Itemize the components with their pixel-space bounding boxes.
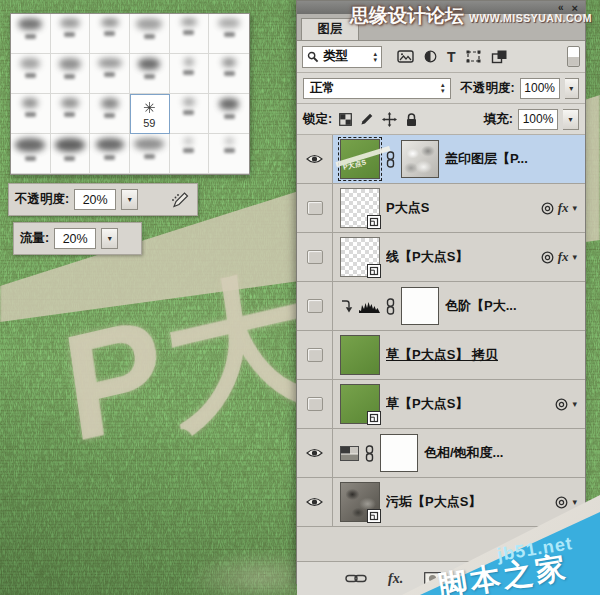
layer-name[interactable]: P大点S xyxy=(386,199,429,217)
brush-preset-17[interactable] xyxy=(170,94,210,134)
type-filter-icon[interactable]: T xyxy=(447,50,456,64)
layer-thumbnail[interactable]: P大点S xyxy=(340,139,380,179)
layer-row-1[interactable]: P大点S盖印图层【P... xyxy=(297,135,585,184)
layer-name[interactable]: 草【P大点S】 拷贝 xyxy=(386,346,498,364)
opacity-input[interactable]: 20% xyxy=(74,189,116,210)
pixel-filter-icon[interactable] xyxy=(397,49,414,64)
layer-row-3[interactable]: 线【P大点S】fx▾ xyxy=(297,233,585,282)
brush-stroke-thumb xyxy=(55,138,85,152)
opacity-dropdown-button[interactable]: ▾ xyxy=(121,189,138,210)
effects-collapse-arrow[interactable]: ▾ xyxy=(572,252,577,262)
brush-preset-23[interactable] xyxy=(170,134,210,174)
brush-preset-12[interactable] xyxy=(209,54,249,94)
adjustment-filter-icon[interactable] xyxy=(423,49,438,64)
lock-paint-icon[interactable] xyxy=(360,112,374,126)
collapse-panel-button[interactable]: « xyxy=(558,3,563,13)
brush-preset-5[interactable] xyxy=(170,14,210,54)
layer-mask-thumbnail[interactable] xyxy=(401,287,439,325)
visibility-toggle[interactable] xyxy=(297,331,333,379)
effects-collapse-arrow[interactable]: ▾ xyxy=(572,203,577,213)
brush-preset-18[interactable] xyxy=(209,94,249,134)
visibility-toggle[interactable] xyxy=(297,282,333,330)
blend-mode-select[interactable]: 正常 ▴▾ xyxy=(303,78,451,99)
eye-icon xyxy=(306,153,323,165)
layer-row-2[interactable]: P大点Sfx▾ xyxy=(297,184,585,233)
layer-row-4[interactable]: 色阶【P大... xyxy=(297,282,585,331)
brush-preset-13[interactable] xyxy=(11,94,51,134)
brush-size-smudge xyxy=(183,110,194,115)
lock-position-icon[interactable] xyxy=(382,112,397,127)
opacity-row-label: 不透明度: xyxy=(460,80,514,97)
brush-preset-6[interactable] xyxy=(209,14,249,54)
layer-mask-thumbnail[interactable] xyxy=(401,140,439,178)
effects-collapse-arrow[interactable]: ▾ xyxy=(572,497,577,507)
brush-size-smudge xyxy=(224,114,235,119)
brush-preset-15[interactable] xyxy=(90,94,130,134)
brush-preset-10[interactable] xyxy=(130,54,170,94)
filter-type-dropdown[interactable]: 类型 ▴▾ xyxy=(302,46,382,68)
brush-preset-4[interactable] xyxy=(130,14,170,54)
smart-object-filter-icon[interactable] xyxy=(491,49,508,64)
visibility-toggle[interactable] xyxy=(297,184,333,232)
search-icon xyxy=(307,51,319,63)
brush-preset-19[interactable] xyxy=(11,134,51,174)
visibility-toggle[interactable] xyxy=(297,380,333,428)
close-panel-button[interactable]: × xyxy=(572,3,578,13)
layer-thumbnail[interactable] xyxy=(340,188,380,228)
airbrush-icon[interactable] xyxy=(170,190,191,209)
visibility-toggle[interactable] xyxy=(297,233,333,281)
layer-name[interactable]: 污垢【P大点S】 xyxy=(386,493,481,511)
brush-preset-2[interactable] xyxy=(51,14,91,54)
fill-input[interactable]: 100% xyxy=(518,109,558,130)
brush-preset-8[interactable] xyxy=(51,54,91,94)
lock-all-icon[interactable] xyxy=(405,112,418,127)
brush-preset-7[interactable] xyxy=(11,54,51,94)
brush-preset-22[interactable] xyxy=(130,134,170,174)
layer-name[interactable]: 色阶【P大... xyxy=(445,297,517,315)
visibility-toggle[interactable] xyxy=(297,135,333,183)
layer-row-5[interactable]: 草【P大点S】 拷贝 xyxy=(297,331,585,380)
flow-label: 流量: xyxy=(20,230,49,247)
brush-size-smudge xyxy=(25,73,36,78)
visibility-toggle[interactable] xyxy=(297,429,333,477)
layer-row-7[interactable]: 色相/饱和度... xyxy=(297,429,585,478)
brush-preset-9[interactable] xyxy=(90,54,130,94)
layer-thumbnail[interactable] xyxy=(340,237,380,277)
brush-preset-1[interactable] xyxy=(11,14,51,54)
brush-size-smudge xyxy=(224,32,235,37)
flow-dropdown-button[interactable]: ▾ xyxy=(101,228,118,249)
brush-preset-21[interactable] xyxy=(90,134,130,174)
effects-collapse-arrow[interactable]: ▾ xyxy=(572,399,577,409)
layer-row-6[interactable]: 草【P大点S】▾ xyxy=(297,380,585,429)
smart-object-badge-icon xyxy=(367,215,381,229)
brush-preset-selected[interactable]: ✳59 xyxy=(130,94,170,134)
brush-preset-3[interactable] xyxy=(90,14,130,54)
layer-name[interactable]: 线【P大点S】 xyxy=(386,248,468,266)
layer-thumbnail[interactable] xyxy=(340,335,380,375)
layer-thumbnail[interactable] xyxy=(340,384,380,424)
layer-thumbnail[interactable] xyxy=(340,482,380,522)
brush-preset-14[interactable] xyxy=(51,94,91,134)
flow-input[interactable]: 20% xyxy=(54,228,96,249)
brush-preset-11[interactable] xyxy=(170,54,210,94)
lock-transparency-icon[interactable] xyxy=(339,113,352,126)
layer-name[interactable]: 草【P大点S】 xyxy=(386,395,468,413)
layer-name[interactable]: 盖印图层【P... xyxy=(445,150,528,168)
layer-opacity-input[interactable]: 100% xyxy=(520,78,560,99)
visibility-toggle[interactable] xyxy=(297,478,333,526)
layer-mask-thumbnail[interactable] xyxy=(380,434,418,472)
tab-layers[interactable]: 图层 xyxy=(301,18,359,40)
fill-dropdown[interactable]: ▾ xyxy=(563,109,579,130)
layer-row-body: 线【P大点S】fx▾ xyxy=(333,233,585,281)
layer-name[interactable]: 色相/饱和度... xyxy=(424,444,503,462)
brush-preset-24[interactable] xyxy=(209,134,249,174)
link-layers-icon[interactable] xyxy=(345,573,367,584)
brush-size-smudge xyxy=(104,72,115,77)
shape-filter-icon[interactable] xyxy=(465,49,482,64)
layer-row-8[interactable]: 污垢【P大点S】▾ xyxy=(297,478,585,526)
layer-opacity-dropdown[interactable]: ▾ xyxy=(565,78,579,99)
lock-row: 锁定: 填充: 100% xyxy=(297,104,585,135)
filter-switch[interactable] xyxy=(567,46,580,67)
add-layer-style-icon[interactable]: fx. xyxy=(388,571,403,587)
brush-preset-20[interactable] xyxy=(51,134,91,174)
